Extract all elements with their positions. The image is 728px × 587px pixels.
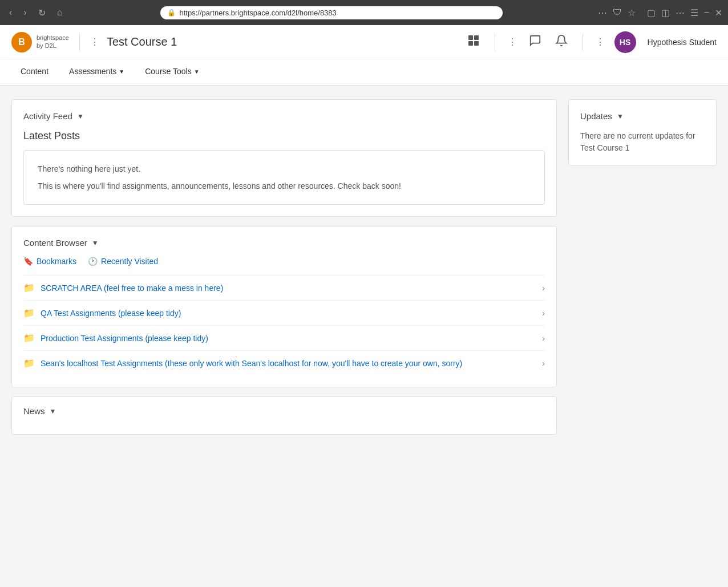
star-icon[interactable]: ☆ bbox=[628, 7, 636, 18]
recently-visited-icon: 🕐 bbox=[88, 257, 98, 266]
minimize-button[interactable]: − bbox=[704, 7, 709, 18]
bookmark-icon: 🔖 bbox=[23, 257, 33, 266]
hamburger-icon[interactable]: ☰ bbox=[690, 7, 698, 18]
list-item[interactable]: 📁 SCRATCH AREA (feel free to make a mess… bbox=[23, 275, 545, 300]
header-dots-mid[interactable]: ⋮ bbox=[508, 37, 517, 47]
nav-bar: Content Assessments ▼ Course Tools ▼ bbox=[0, 59, 728, 86]
library-icon: ◫ bbox=[661, 7, 670, 18]
updates-title: Updates bbox=[580, 111, 612, 121]
user-avatar[interactable]: HS bbox=[614, 31, 636, 53]
latest-posts-title: Latest Posts bbox=[23, 130, 545, 142]
news-chevron-icon[interactable]: ▼ bbox=[50, 407, 56, 415]
item-chevron-icon: › bbox=[542, 359, 545, 368]
nav-course-tools[interactable]: Course Tools ▼ bbox=[136, 60, 208, 84]
chat-button[interactable] bbox=[527, 32, 544, 52]
bell-button[interactable] bbox=[553, 32, 570, 52]
empty-line2: This is where you'll find assignments, a… bbox=[38, 181, 531, 191]
svg-rect-1 bbox=[474, 35, 479, 40]
menu-dots[interactable]: ⋯ bbox=[676, 7, 685, 18]
course-tools-chevron-icon: ▼ bbox=[194, 68, 200, 75]
right-column: Updates ▼ There are no current updates f… bbox=[568, 99, 717, 435]
folder-icon: 📁 bbox=[23, 307, 35, 318]
updates-chevron-icon[interactable]: ▼ bbox=[617, 112, 624, 120]
browser-right-icons: ⋯ 🛡 ☆ ▢ ◫ ⋯ ☰ − ✕ bbox=[598, 7, 722, 18]
list-item[interactable]: 📁 Production Test Assignments (please ke… bbox=[23, 325, 545, 350]
header-dots-left[interactable]: ⋮ bbox=[90, 37, 100, 47]
news-card-header: News ▼ bbox=[23, 406, 545, 416]
content-browser-title: Content Browser bbox=[23, 238, 87, 248]
nav-assessments[interactable]: Assessments ▼ bbox=[60, 60, 134, 84]
updates-card: Updates ▼ There are no current updates f… bbox=[568, 99, 717, 166]
bookmarks-tab[interactable]: 🔖 Bookmarks bbox=[23, 257, 76, 266]
header-dots-right[interactable]: ⋮ bbox=[596, 37, 605, 47]
refresh-button[interactable]: ↻ bbox=[35, 5, 49, 21]
shield-icon: 🛡 bbox=[613, 7, 622, 18]
logo-area: B brightspaceby D2L bbox=[11, 32, 69, 52]
svg-rect-2 bbox=[468, 41, 473, 46]
page-wrapper: B brightspaceby D2L ⋮ Test Course 1 ⋮ bbox=[0, 25, 728, 587]
empty-line1: There's nothing here just yet. bbox=[38, 164, 531, 173]
folder-icon: 📁 bbox=[23, 333, 35, 343]
content-browser-chevron-icon[interactable]: ▼ bbox=[92, 239, 99, 247]
folder-icon: 📁 bbox=[23, 358, 35, 369]
nav-content[interactable]: Content bbox=[11, 60, 58, 84]
header-divider-3 bbox=[583, 34, 583, 51]
main-content: Activity Feed ▼ Latest Posts There's not… bbox=[0, 86, 728, 448]
folder-icon: 📁 bbox=[23, 282, 35, 293]
grid-button[interactable] bbox=[465, 32, 482, 52]
content-browser-card: Content Browser ▼ 🔖 Bookmarks 🕐 Recently… bbox=[11, 226, 557, 387]
back-button[interactable]: ‹ bbox=[6, 5, 15, 20]
news-card: News ▼ bbox=[11, 396, 557, 435]
updates-text: There are no current updates for Test Co… bbox=[580, 130, 705, 154]
assessments-chevron-icon: ▼ bbox=[119, 68, 124, 75]
logo-text: brightspaceby D2L bbox=[37, 34, 69, 49]
item-chevron-icon: › bbox=[542, 284, 545, 293]
list-item[interactable]: 📁 QA Test Assignments (please keep tidy)… bbox=[23, 300, 545, 325]
activity-feed-header: Activity Feed ▼ bbox=[23, 111, 545, 121]
list-item[interactable]: 📁 Sean's localhost Test Assignments (the… bbox=[23, 350, 545, 375]
browser-chrome: ‹ › ↻ ⌂ 🔒 https://partners.brightspace.c… bbox=[0, 0, 728, 25]
svg-rect-0 bbox=[468, 35, 473, 40]
address-bar[interactable]: 🔒 https://partners.brightspace.com/d2l/h… bbox=[160, 6, 503, 19]
left-column: Activity Feed ▼ Latest Posts There's not… bbox=[11, 99, 557, 435]
header-icons: ⋮ ⋮ HS Hypothesis Student bbox=[465, 31, 717, 53]
course-title: Test Course 1 bbox=[107, 35, 458, 48]
news-title: News bbox=[23, 406, 45, 416]
activity-feed-card: Activity Feed ▼ Latest Posts There's not… bbox=[11, 99, 557, 217]
lock-icon: 🔒 bbox=[167, 9, 176, 17]
browser-dots[interactable]: ⋯ bbox=[598, 7, 607, 18]
browser-tabs: 🔖 Bookmarks 🕐 Recently Visited bbox=[23, 257, 545, 266]
header-divider-1 bbox=[79, 34, 80, 51]
updates-header: Updates ▼ bbox=[580, 111, 705, 121]
home-button[interactable]: ⌂ bbox=[54, 5, 66, 20]
empty-posts-box: There's nothing here just yet. This is w… bbox=[23, 150, 545, 205]
activity-feed-chevron-icon[interactable]: ▼ bbox=[77, 112, 84, 120]
header-divider-2 bbox=[495, 34, 495, 51]
activity-feed-title: Activity Feed bbox=[23, 111, 72, 121]
app-header: B brightspaceby D2L ⋮ Test Course 1 ⋮ bbox=[0, 25, 728, 59]
svg-rect-3 bbox=[474, 41, 479, 46]
content-browser-header: Content Browser ▼ bbox=[23, 238, 545, 248]
item-chevron-icon: › bbox=[542, 309, 545, 318]
url-text: https://partners.brightspace.com/d2l/hom… bbox=[179, 9, 336, 17]
item-chevron-icon: › bbox=[542, 334, 545, 343]
cast-icon: ▢ bbox=[647, 7, 656, 18]
recently-visited-tab[interactable]: 🕐 Recently Visited bbox=[88, 257, 158, 266]
content-list: 📁 SCRATCH AREA (feel free to make a mess… bbox=[23, 275, 545, 375]
forward-button[interactable]: › bbox=[20, 5, 30, 20]
close-button[interactable]: ✕ bbox=[715, 7, 722, 18]
logo-icon: B bbox=[11, 32, 32, 52]
user-name: Hypothesis Student bbox=[648, 38, 717, 47]
